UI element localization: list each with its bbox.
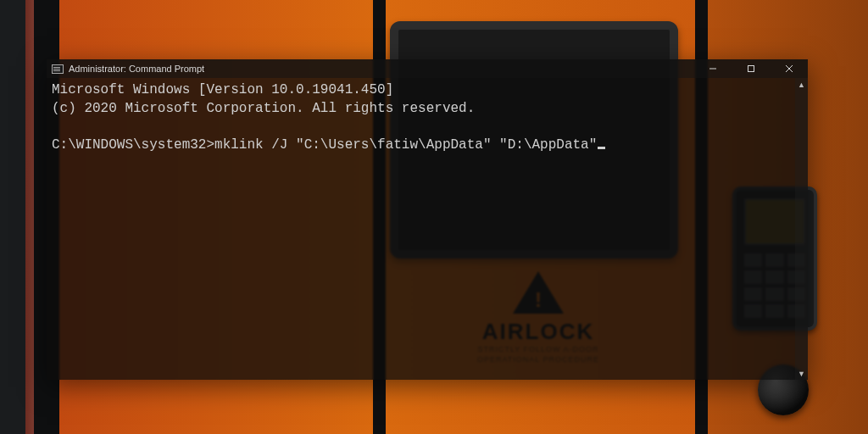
titlebar[interactable]: Administrator: Command Prompt — [47, 59, 808, 78]
minimize-button[interactable] — [693, 59, 732, 78]
terminal-line-1: Microsoft Windows [Version 10.0.19041.45… — [52, 82, 393, 97]
terminal-prompt: C:\WINDOWS\system32> — [52, 137, 214, 153]
close-button[interactable] — [770, 59, 808, 78]
maximize-button[interactable] — [732, 59, 770, 78]
scroll-down-icon[interactable]: ▼ — [795, 367, 808, 380]
terminal-body[interactable]: Microsoft Windows [Version 10.0.19041.45… — [47, 78, 808, 380]
cmd-icon — [52, 64, 64, 74]
window-title: Administrator: Command Prompt — [69, 64, 204, 74]
terminal-line-2: (c) 2020 Microsoft Corporation. All righ… — [52, 101, 475, 116]
svg-rect-1 — [748, 66, 754, 72]
command-prompt-window: Administrator: Command Prompt Microsoft … — [47, 59, 808, 380]
desktop-wallpaper: ! AIRLOCK STRICTLY FOLLOW A-DOOR OPERATI… — [0, 0, 868, 434]
terminal-output[interactable]: Microsoft Windows [Version 10.0.19041.45… — [47, 78, 795, 380]
vertical-scrollbar[interactable]: ▲ ▼ — [795, 78, 808, 380]
terminal-command: mklink /J "C:\Users\fatiw\AppData" "D:\A… — [214, 137, 597, 153]
scroll-up-icon[interactable]: ▲ — [795, 78, 808, 91]
text-cursor — [598, 147, 605, 149]
